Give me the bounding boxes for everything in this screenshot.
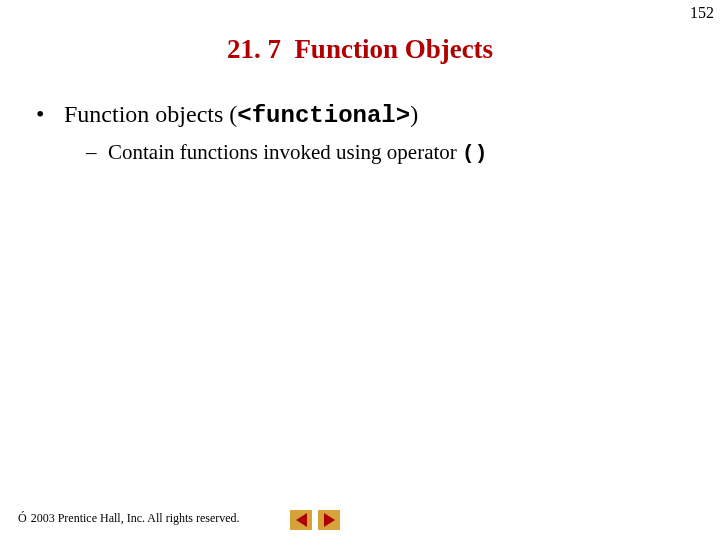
page-number: 152 [690,4,714,22]
arrow-left-icon [296,513,307,527]
bullet-text-before: Function objects ( [64,101,237,127]
copyright-symbol: Ó [18,511,27,526]
nav-arrows [290,510,340,530]
heading-section: 21. 7 [227,34,281,64]
copyright: Ó 2003 Prentice Hall, Inc. All rights re… [18,511,240,526]
footer: Ó 2003 Prentice Hall, Inc. All rights re… [18,511,702,526]
slide-body: • Function objects (<functional>) – Cont… [0,99,720,167]
copyright-text: 2003 Prentice Hall, Inc. All rights rese… [31,511,240,526]
subbullet-code: () [462,142,487,165]
bullet-text: Function objects (<functional>) [64,99,418,131]
bullet-text-after: ) [410,101,418,127]
slide-heading: 21. 7 Function Objects [0,34,720,65]
bullet-marker: • [36,99,64,130]
bullet-code: <functional> [237,102,410,129]
prev-slide-button[interactable] [290,510,312,530]
subbullet-marker: – [86,139,108,166]
subbullet-text: Contain functions invoked using operator… [108,139,487,167]
arrow-right-icon [324,513,335,527]
bullet-level-2: – Contain functions invoked using operat… [36,139,700,167]
heading-title: Function Objects [294,34,493,64]
bullet-level-1: • Function objects (<functional>) [36,99,700,131]
next-slide-button[interactable] [318,510,340,530]
subbullet-text-before: Contain functions invoked using operator [108,140,462,164]
